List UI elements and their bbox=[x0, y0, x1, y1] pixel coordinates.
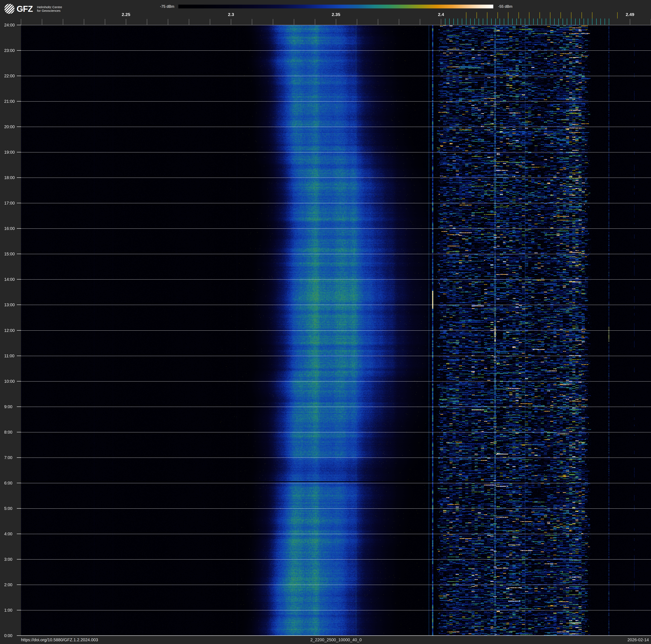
time-tick bbox=[17, 457, 21, 458]
footer-date: 2026-02-14 bbox=[557, 638, 649, 642]
time-tick bbox=[17, 254, 21, 254]
time-label-2200: 22:00 bbox=[4, 74, 15, 79]
time-tick bbox=[17, 483, 21, 483]
time-tick bbox=[17, 25, 21, 25]
freq-label-2.3: 2.3 bbox=[228, 12, 234, 17]
time-tick bbox=[17, 432, 21, 432]
spectrogram-viewer: GFZ Helmholtz Centre for Geosciences -75… bbox=[0, 0, 651, 644]
time-tick bbox=[17, 610, 21, 610]
colorbar bbox=[178, 5, 493, 8]
time-tick bbox=[17, 381, 21, 381]
time-label-1100: 11:00 bbox=[4, 353, 14, 358]
time-label-2400: 24:00 bbox=[4, 23, 15, 28]
time-tick bbox=[17, 126, 21, 127]
time-label-2000: 20:00 bbox=[4, 124, 15, 129]
time-tick bbox=[17, 330, 21, 331]
colorbar-min-label: -75 dBm bbox=[0, 5, 174, 8]
time-label-500: 5:00 bbox=[4, 506, 12, 511]
colorbar-max-label: -55 dBm bbox=[498, 5, 513, 8]
time-label-400: 4:00 bbox=[4, 531, 12, 536]
freq-label-2.35: 2.35 bbox=[332, 12, 340, 17]
time-tick bbox=[17, 407, 21, 407]
frequency-ruler bbox=[0, 11, 651, 25]
time-label-700: 7:00 bbox=[4, 455, 12, 460]
time-tick bbox=[17, 534, 21, 534]
time-tick bbox=[17, 508, 21, 509]
freq-label-2.4: 2.4 bbox=[438, 12, 444, 17]
time-label-1300: 13:00 bbox=[4, 302, 15, 307]
time-tick bbox=[17, 101, 21, 101]
time-label-2100: 21:00 bbox=[4, 99, 15, 104]
time-tick bbox=[17, 279, 21, 280]
time-tick bbox=[17, 559, 21, 559]
time-label-1200: 12:00 bbox=[4, 328, 15, 333]
time-label-1900: 19:00 bbox=[4, 150, 15, 155]
time-tick bbox=[17, 152, 21, 152]
time-tick bbox=[17, 635, 21, 636]
time-label-1600: 16:00 bbox=[4, 226, 15, 231]
time-tick bbox=[17, 76, 21, 76]
time-label-2300: 23:00 bbox=[4, 48, 15, 53]
time-label-600: 6:00 bbox=[4, 480, 12, 485]
spectrogram-plot[interactable] bbox=[21, 25, 651, 636]
time-tick bbox=[17, 50, 21, 51]
time-tick bbox=[17, 585, 21, 585]
time-label-100: 1:00 bbox=[4, 608, 12, 612]
time-label-900: 9:00 bbox=[4, 404, 12, 409]
time-tick bbox=[17, 304, 21, 305]
time-label-1400: 14:00 bbox=[4, 277, 15, 282]
freq-label-2.49: 2.49 bbox=[626, 12, 634, 17]
time-tick bbox=[17, 228, 21, 229]
time-label-1500: 15:00 bbox=[4, 252, 15, 257]
time-label-800: 8:00 bbox=[4, 430, 12, 435]
time-label-1700: 17:00 bbox=[4, 201, 15, 206]
freq-label-2.25: 2.25 bbox=[122, 12, 130, 17]
time-label-1800: 18:00 bbox=[4, 175, 15, 180]
time-label-1000: 10:00 bbox=[4, 379, 15, 384]
time-label-300: 3:00 bbox=[4, 557, 12, 562]
time-label-200: 2:00 bbox=[4, 582, 12, 587]
time-tick bbox=[17, 177, 21, 178]
footer-filename: 2_2200_2500_10000_40_0 bbox=[0, 638, 651, 642]
time-tick bbox=[17, 356, 21, 356]
time-tick bbox=[17, 203, 21, 203]
